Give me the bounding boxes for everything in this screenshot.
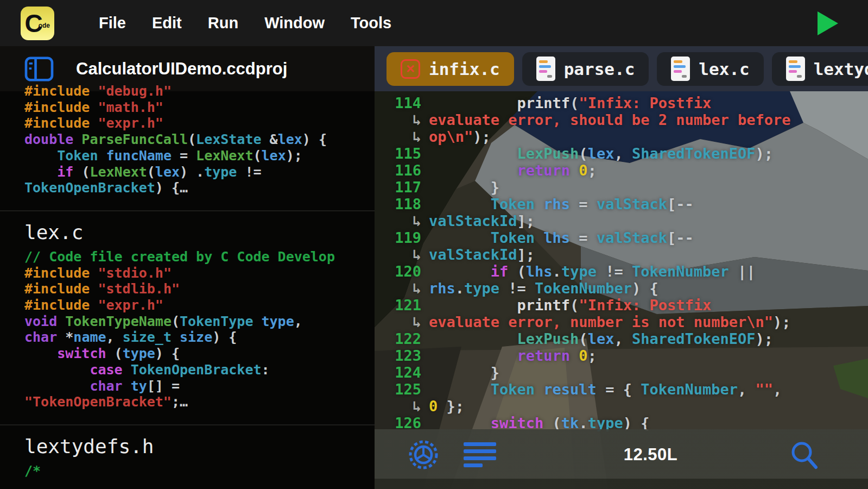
preview-code-line: if (LexNext(lex) .type != — [24, 164, 364, 180]
code-token: ( — [188, 131, 196, 147]
code-line[interactable]: 118 Token rhs = valStack[-- — [375, 196, 868, 212]
code-token: ( — [73, 164, 90, 180]
code-token: & — [262, 131, 278, 147]
project-title[interactable]: CalculatorUIDemo.ccdproj — [76, 59, 287, 79]
code-line[interactable]: 125 Token result = { TokenNumber, "", — [375, 381, 868, 398]
code-token: "Infix: Postfix — [579, 297, 711, 314]
file-preview[interactable]: // Code file created by C Code Develop#i… — [24, 249, 364, 410]
code-token: ); — [473, 128, 491, 145]
code-text: return 0; — [429, 347, 597, 364]
code-text: op\n"); — [429, 128, 491, 145]
wrap-indicator-icon: ↳ — [375, 128, 429, 145]
code-token: 0 — [579, 162, 587, 179]
code-token: ; — [588, 162, 597, 179]
run-button[interactable] — [818, 11, 838, 35]
tab-lextydefs.h[interactable]: lextydefs.h — [772, 52, 868, 86]
code-token: #include — [24, 99, 98, 115]
code-line[interactable]: 121 printf("Infix: Postfix — [375, 297, 868, 314]
menu-edit[interactable]: Edit — [139, 9, 195, 37]
code-token: size_t — [123, 329, 172, 345]
code-line[interactable]: 122 LexPush(lex, SharedTokenEOF); — [375, 330, 868, 347]
tab-lex.c[interactable]: lex.c — [657, 52, 763, 86]
code-line[interactable]: 123 return 0; — [375, 347, 868, 364]
code-line[interactable]: 116 return 0; — [375, 162, 868, 179]
code-token: void — [24, 314, 65, 329]
tab-bar: ✕infix.cparse.clex.clextydefs.h — [375, 46, 868, 91]
code-area[interactable]: 114 printf("Infix: Postfix↳evaluate erro… — [375, 95, 868, 431]
code-token: TokenNumber — [535, 280, 632, 297]
file-document-icon — [671, 57, 690, 81]
code-token: "TokenOpenBracket" — [24, 394, 172, 410]
file-preview[interactable]: /* — [24, 463, 364, 479]
code-token: valStackId — [429, 212, 517, 229]
tab-infix.c[interactable]: ✕infix.c — [387, 52, 514, 86]
code-line[interactable]: ↳0 }; — [375, 398, 868, 415]
close-tab-icon[interactable]: ✕ — [401, 59, 420, 79]
code-token: ( — [253, 148, 261, 164]
code-line[interactable]: ↳evaluate error, should be 2 number befo… — [375, 111, 868, 128]
code-token: ( — [106, 346, 123, 361]
code-line[interactable]: 115 LexPush(lex, SharedTokenEOF); — [375, 145, 868, 162]
search-icon[interactable] — [789, 439, 820, 471]
menu-file[interactable]: File — [86, 9, 139, 37]
code-token — [24, 378, 90, 394]
code-token: ) . — [180, 164, 204, 180]
code-token: valStack — [597, 229, 667, 246]
wrap-indicator-icon: ↳ — [375, 212, 429, 229]
code-line[interactable]: 119 Token lhs = valStack[-- — [375, 229, 868, 246]
menu-window[interactable]: Window — [251, 9, 338, 37]
code-line[interactable]: 124 } — [375, 364, 868, 381]
file-section-title[interactable]: lextydefs.h — [24, 435, 364, 457]
code-token: } — [491, 179, 499, 196]
code-token: ParseFuncCall — [81, 131, 188, 147]
code-line[interactable]: ↳rhs.type != TokenNumber) { — [375, 280, 868, 297]
code-line[interactable]: ↳evaluate error, number is not number\n"… — [375, 314, 868, 330]
menu-run[interactable]: Run — [195, 9, 251, 37]
code-token: LexPush — [517, 145, 579, 162]
code-token: char — [90, 378, 130, 394]
code-line[interactable]: ↳valStackId]; — [375, 212, 868, 229]
code-line[interactable]: ↳op\n"); — [375, 128, 868, 145]
code-token: . — [455, 280, 464, 297]
code-token: ]; — [517, 212, 535, 229]
app-logo[interactable]: C ode — [21, 7, 54, 40]
code-token: } — [491, 364, 499, 381]
code-token: ( — [172, 314, 180, 329]
code-token: LexNext — [196, 148, 253, 164]
file-preview[interactable]: #include "debug.h"#include "math.h"#incl… — [24, 83, 364, 196]
code-token: type — [561, 263, 597, 280]
code-token: name — [73, 329, 106, 345]
file-section-title[interactable]: lex.c — [24, 221, 364, 243]
code-token: rhs — [429, 280, 455, 297]
code-text: evaluate error, should be 2 number befor… — [429, 111, 790, 128]
tab-parse.c[interactable]: parse.c — [522, 52, 649, 86]
line-wrap-icon[interactable] — [464, 442, 496, 467]
preview-code-line: /* — [24, 463, 364, 479]
code-token: ); — [286, 148, 302, 164]
code-token: type — [464, 280, 499, 297]
code-token: printf — [517, 297, 571, 314]
line-number: 121 — [375, 297, 429, 314]
code-token: ); — [756, 145, 774, 162]
line-number: 114 — [375, 95, 429, 111]
code-token: ) { — [155, 346, 180, 361]
code-line[interactable]: 120 if (lhs.type != TokenNumber || — [375, 263, 868, 280]
menu-tools[interactable]: Tools — [338, 9, 404, 37]
code-line[interactable]: 117 } — [375, 179, 868, 196]
code-token: , — [614, 330, 632, 347]
code-token: ) { — [212, 329, 237, 345]
code-editor[interactable]: 114 printf("Infix: Postfix↳evaluate erro… — [375, 91, 868, 489]
code-line[interactable]: ↳valStackId]; — [375, 246, 868, 263]
code-token: . — [553, 263, 561, 280]
code-line[interactable]: 114 printf("Infix: Postfix — [375, 95, 868, 111]
code-token: SharedTokenEOF — [632, 330, 756, 347]
preview-code-line: double ParseFuncCall(LexState &lex) { — [24, 131, 364, 148]
settings-gear-icon[interactable] — [406, 437, 441, 472]
line-number: 122 — [375, 330, 429, 347]
sidebar-toggle-icon[interactable] — [24, 56, 54, 82]
code-token: "debug.h" — [98, 83, 171, 99]
code-token: double — [24, 131, 81, 147]
code-token: 0 — [429, 398, 438, 415]
tab-label: lextydefs.h — [814, 59, 868, 79]
line-number: 120 — [375, 263, 429, 280]
